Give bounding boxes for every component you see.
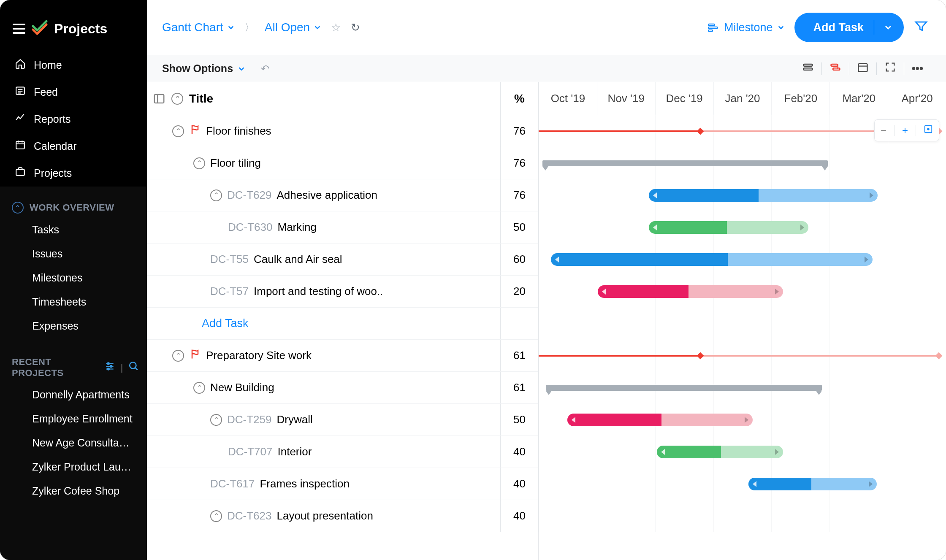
filter-selector[interactable]: All Open [265, 21, 321, 34]
zoom-in-button[interactable]: + [902, 124, 908, 136]
task-bar[interactable] [649, 221, 808, 234]
milestone-icon [189, 124, 201, 138]
chart-row [539, 179, 946, 211]
task-bar[interactable] [598, 285, 783, 298]
section-work-overview[interactable]: ⌃ WORK OVERVIEW [0, 194, 147, 218]
tasklist-bar[interactable] [542, 160, 828, 166]
row-pct: 50 [500, 211, 538, 243]
bar-handle-right[interactable] [800, 225, 804, 230]
collapse-all-icon[interactable]: ⌃ [171, 93, 183, 105]
bar-handle-right[interactable] [775, 289, 779, 295]
reports-icon [14, 112, 26, 126]
recent-projects-items: Donnelly ApartmentsEmployee EnrollmentNe… [0, 383, 147, 503]
collapse-icon[interactable]: ⌃ [172, 125, 184, 137]
svg-rect-26 [155, 95, 164, 103]
bar-handle-left[interactable] [602, 289, 606, 295]
task-bar[interactable] [649, 189, 878, 202]
groupby-selector[interactable]: Milestone [707, 21, 785, 34]
task-bar-progress [649, 189, 759, 202]
more-icon[interactable]: ••• [904, 62, 931, 75]
tasklist-bar[interactable] [546, 385, 821, 391]
recent-project-item[interactable]: New Age Consultancy [0, 431, 147, 455]
task-bar[interactable] [748, 478, 877, 490]
task-id: DC-T707 [228, 445, 272, 458]
bar-handle-right[interactable] [869, 481, 873, 487]
search-icon[interactable] [128, 361, 139, 374]
task-bar[interactable] [657, 446, 783, 458]
task-bar[interactable] [551, 253, 873, 266]
collapse-icon[interactable]: ⌃ [210, 414, 222, 426]
work-item[interactable]: Tasks [0, 218, 147, 242]
nav-item-home[interactable]: Home [0, 51, 147, 78]
work-item[interactable]: Issues [0, 242, 147, 266]
favorite-icon[interactable]: ☆ [331, 21, 341, 34]
collapse-icon[interactable]: ⌃ [210, 189, 222, 201]
add-task-button[interactable]: Add Task [794, 13, 904, 42]
task-row[interactable]: ⌃Floor finishes76 [147, 115, 538, 147]
bar-handle-left[interactable] [753, 481, 756, 487]
task-bar[interactable] [567, 414, 753, 426]
task-row[interactable]: ⌃DC-T259 Drywall50 [147, 404, 538, 436]
filter-icon[interactable] [914, 19, 928, 36]
projects-icon [14, 166, 26, 180]
add-task-link[interactable]: Add Task [147, 317, 249, 330]
menu-icon[interactable] [13, 24, 25, 34]
view-selector[interactable]: Gantt Chart [162, 21, 234, 34]
collapse-icon[interactable]: ⌃ [172, 350, 184, 362]
work-item[interactable]: Expenses [0, 314, 147, 338]
task-row[interactable]: DC-T630 Marking50 [147, 211, 538, 243]
bar-handle-left[interactable] [661, 449, 665, 455]
task-row[interactable]: ⌃Preparatory Site work61 [147, 340, 538, 372]
today-icon[interactable] [849, 61, 876, 76]
chevron-down-icon [778, 24, 784, 31]
milestone-bar-actual[interactable] [539, 355, 699, 357]
task-row[interactable]: DC-T707 Interior40 [147, 436, 538, 468]
columns-icon[interactable] [153, 92, 165, 105]
bar-handle-left[interactable] [555, 257, 559, 262]
task-row[interactable]: Add Task [147, 308, 538, 340]
bar-handle-left[interactable] [653, 192, 657, 198]
nav-item-feed[interactable]: Feed [0, 78, 147, 106]
bar-handle-right[interactable] [775, 449, 779, 455]
section-title: WORK OVERVIEW [30, 202, 114, 213]
row-name: Frames inspection [260, 477, 349, 490]
recent-project-item[interactable]: Zylker Cofee Shop [0, 479, 147, 503]
fullscreen-icon[interactable] [877, 61, 904, 76]
bar-handle-left[interactable] [653, 225, 657, 230]
recent-project-item[interactable]: Donnelly Apartments [0, 383, 147, 407]
bar-handle-right[interactable] [865, 257, 868, 262]
settings-icon[interactable] [104, 361, 115, 374]
work-item[interactable]: Milestones [0, 266, 147, 290]
recent-project-item[interactable]: Employee Enrollment [0, 407, 147, 431]
zoom-fit-button[interactable] [924, 124, 933, 136]
chart-rows: − + [539, 115, 946, 532]
row-name: Preparatory Site work [206, 349, 312, 362]
task-row[interactable]: ⌃DC-T629 Adhesive application76 [147, 179, 538, 211]
work-item[interactable]: Timesheets [0, 290, 147, 314]
task-row[interactable]: DC-T55 Caulk and Air seal60 [147, 243, 538, 276]
nav-item-projects[interactable]: Projects [0, 160, 147, 187]
recent-project-item[interactable]: Zylker Product Launch [0, 455, 147, 479]
task-row[interactable]: ⌃Floor tiling76 [147, 147, 538, 179]
nav-item-calendar[interactable]: Calendar [0, 133, 147, 160]
baseline-icon[interactable] [794, 61, 821, 76]
task-row[interactable]: DC-T617 Frames inspection40 [147, 468, 538, 500]
collapse-icon[interactable]: ⌃ [193, 382, 205, 394]
show-options-button[interactable]: Show Options [162, 62, 245, 75]
task-row[interactable]: ⌃DC-T623 Layout presentation40 [147, 500, 538, 532]
undo-icon[interactable]: ↶ [261, 63, 269, 75]
nav-item-reports[interactable]: Reports [0, 106, 147, 133]
zoom-out-button[interactable]: − [881, 124, 886, 136]
bar-handle-right[interactable] [870, 192, 873, 198]
bar-handle-left[interactable] [572, 417, 575, 423]
row-pct: 61 [500, 372, 538, 403]
milestone-bar-actual[interactable] [539, 130, 699, 132]
collapse-icon[interactable]: ⌃ [210, 510, 222, 522]
task-row[interactable]: ⌃New Building61 [147, 372, 538, 404]
collapse-icon[interactable]: ⌃ [193, 157, 205, 169]
bar-handle-right[interactable] [745, 417, 748, 423]
refresh-icon[interactable]: ↻ [351, 21, 360, 34]
critical-path-icon[interactable] [822, 61, 849, 76]
task-row[interactable]: DC-T57 Import and testing of woo..20 [147, 276, 538, 308]
task-bar-progress [567, 414, 662, 426]
